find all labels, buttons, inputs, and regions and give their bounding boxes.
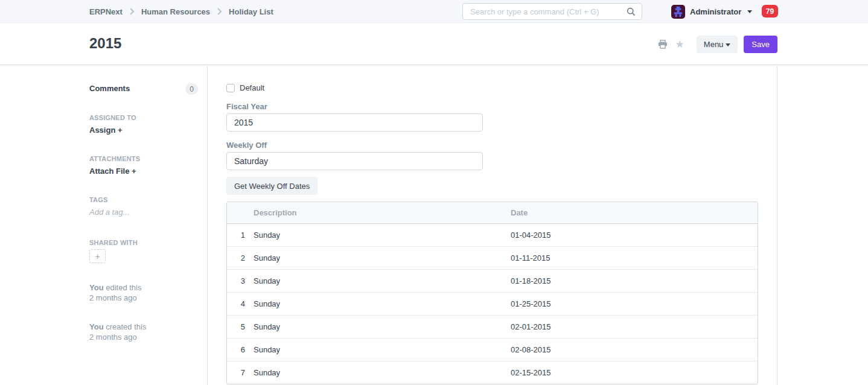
default-checkbox-label: Default — [240, 83, 264, 92]
grid-index-header — [227, 202, 254, 223]
row-date: 01-25-2015 — [511, 292, 758, 315]
created-action: created this — [106, 322, 146, 331]
row-date: 01-18-2015 — [511, 269, 758, 292]
notifications-badge[interactable]: 79 — [762, 5, 778, 18]
table-row[interactable]: 2 Sunday 01-11-2015 — [227, 246, 758, 269]
sidebar-divider — [207, 66, 208, 385]
row-index: 2 — [227, 246, 254, 269]
row-date: 02-15-2015 — [511, 361, 758, 384]
table-row[interactable]: 6 Sunday 02-08-2015 — [227, 338, 758, 361]
table-row[interactable]: 5 Sunday 02-01-2015 — [227, 315, 758, 338]
add-share-button[interactable]: + — [89, 249, 106, 263]
table-row[interactable]: 7 Sunday 02-15-2015 — [227, 361, 758, 384]
edited-who: You — [89, 283, 104, 292]
default-checkbox[interactable] — [226, 84, 235, 92]
row-description: Sunday — [254, 338, 511, 361]
form-layout: Comments 0 ASSIGNED TO Assign + ATTACHME… — [0, 65, 868, 385]
tags-heading: TAGS — [89, 196, 108, 203]
assign-link[interactable]: Assign + — [89, 126, 123, 135]
attach-file-link[interactable]: Attach File + — [89, 167, 136, 176]
page-actions: ★ Menu Save — [658, 24, 777, 65]
page-title: 2015 — [89, 35, 121, 52]
shared-with-heading: SHARED WITH — [89, 239, 138, 246]
user-menu[interactable]: Administrator — [671, 0, 752, 23]
row-description: Sunday — [254, 269, 511, 292]
grid-header-row: Description Date — [227, 202, 758, 223]
breadcrumb-item-human-resources[interactable]: Human Resources — [141, 7, 210, 16]
weekly-off-label: Weekly Off — [226, 141, 267, 150]
edited-action: edited this — [106, 283, 141, 292]
row-index: 7 — [227, 361, 254, 384]
user-avatar — [671, 5, 685, 19]
row-index: 4 — [227, 292, 254, 315]
top-navbar: ERPNext Human Resources Holiday List — [0, 0, 868, 23]
created-when: 2 months ago — [89, 332, 137, 342]
created-who: You — [89, 322, 104, 331]
row-index: 3 — [227, 269, 254, 292]
breadcrumb-item-erpnext[interactable]: ERPNext — [89, 7, 123, 16]
print-button[interactable] — [658, 40, 668, 49]
row-description: Sunday — [254, 292, 511, 315]
menu-button[interactable]: Menu — [697, 36, 738, 53]
row-date: 01-11-2015 — [511, 246, 758, 269]
row-index: 1 — [227, 223, 254, 246]
holidays-grid: Description Date 1 Sunday 01-04-2015 2 S… — [226, 202, 758, 384]
comments-link[interactable]: Comments — [89, 84, 130, 93]
weekly-off-input[interactable] — [226, 152, 483, 170]
main-right-divider — [777, 66, 777, 385]
get-weekly-off-dates-button[interactable]: Get Weekly Off Dates — [226, 177, 318, 195]
default-field: Default — [226, 83, 264, 92]
row-index: 6 — [227, 338, 254, 361]
grid-date-header: Date — [511, 202, 758, 223]
edited-info: You edited this 2 months ago — [89, 282, 141, 303]
search-icon — [627, 7, 636, 19]
edited-when: 2 months ago — [89, 293, 137, 302]
row-description: Sunday — [254, 315, 511, 338]
table-row[interactable]: 3 Sunday 01-18-2015 — [227, 269, 758, 292]
row-description: Sunday — [254, 246, 511, 269]
form-sidebar: Comments 0 ASSIGNED TO Assign + ATTACHME… — [89, 65, 198, 385]
global-search — [462, 3, 642, 20]
created-info: You created this 2 months ago — [89, 322, 146, 342]
chevron-down-icon — [747, 10, 752, 13]
grid-description-header: Description — [254, 202, 511, 223]
chevron-down-icon — [726, 43, 730, 46]
favorite-star-icon[interactable]: ★ — [675, 39, 685, 49]
chevron-right-icon — [129, 8, 135, 15]
row-index: 5 — [227, 315, 254, 338]
search-input[interactable] — [463, 4, 642, 19]
comments-count-badge: 0 — [185, 83, 198, 95]
attachments-heading: ATTACHMENTS — [89, 155, 140, 162]
row-date: 01-04-2015 — [511, 223, 758, 246]
fiscal-year-label: Fiscal Year — [226, 102, 267, 111]
table-row[interactable]: 1 Sunday 01-04-2015 — [227, 223, 758, 246]
chevron-right-icon — [217, 8, 222, 15]
row-description: Sunday — [254, 223, 511, 246]
row-description: Sunday — [254, 361, 511, 384]
fiscal-year-input[interactable] — [226, 113, 483, 132]
page-head: 2015 ★ Menu Save — [0, 24, 868, 65]
row-date: 02-01-2015 — [511, 315, 758, 338]
user-name: Administrator — [690, 7, 741, 16]
table-row[interactable]: 4 Sunday 01-25-2015 — [227, 292, 758, 315]
row-date: 02-08-2015 — [511, 338, 758, 361]
add-tag-input[interactable]: Add a tag... — [89, 208, 130, 217]
breadcrumb: ERPNext Human Resources Holiday List — [89, 0, 273, 23]
breadcrumb-item-holiday-list[interactable]: Holiday List — [229, 7, 273, 16]
assigned-to-heading: ASSIGNED TO — [89, 114, 136, 121]
save-button[interactable]: Save — [744, 36, 777, 53]
